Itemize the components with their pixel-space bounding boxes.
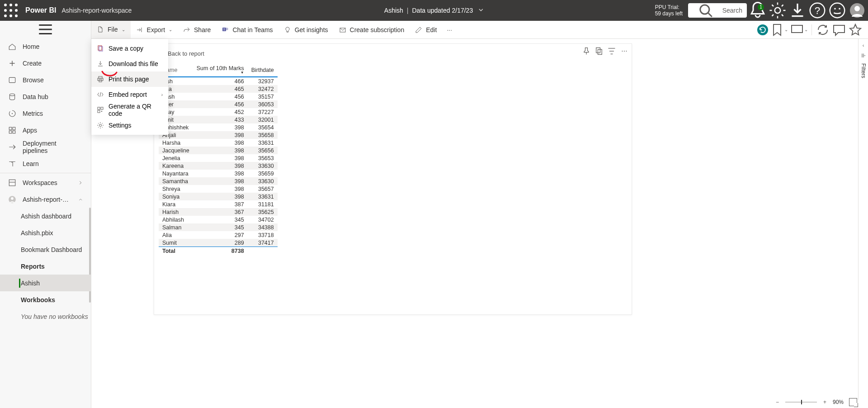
ws-item-dashboard[interactable]: Ashish dashboard [0,208,91,224]
table-row[interactable]: Yash45635157 [159,93,278,100]
refresh-button[interactable] [816,23,830,37]
nav-browse[interactable]: Browse [0,71,91,88]
menu-print[interactable]: Print this page [91,71,168,87]
trial-status[interactable]: PPU Trial: 59 days left [655,4,683,17]
app-launcher-icon[interactable] [4,3,18,18]
svg-rect-23 [9,131,12,133]
global-search[interactable]: Search [688,3,747,18]
header-center[interactable]: Ashish | Data updated 2/17/23 [384,7,484,14]
filter-button[interactable] [607,47,616,56]
table-row[interactable]: rina46532472 [159,85,278,93]
menu-download[interactable]: Download this file [91,56,168,71]
nav-metrics[interactable]: Metrics [0,105,91,122]
table-row[interactable]: Abhishhek39835654 [159,123,278,131]
cell-sum: 456 [193,100,248,108]
table-row[interactable]: hish46632937 [159,77,278,85]
filters-pane-collapsed[interactable]: ‹ ⊪ Filters [858,39,868,400]
table-row[interactable]: Soniya39833631 [159,193,278,200]
ws-item-pbix[interactable]: Ashish.pbix [0,224,91,241]
menu-save-copy-label: Save a copy [108,45,143,52]
toolbar-file[interactable]: File ⌄ [91,21,131,39]
table-row[interactable]: Salman34534388 [159,223,278,231]
feedback-button[interactable] [828,1,846,19]
back-to-report[interactable]: Back to report [154,44,632,63]
nav-pipelines[interactable]: Deployment pipelines [0,138,91,155]
chevron-down-icon: ⌄ [122,27,125,32]
svg-point-30 [226,28,228,30]
zoom-in-button[interactable]: + [822,399,827,405]
menu-save-copy[interactable]: Save a copy [91,41,168,56]
ws-item-bookmark[interactable]: Bookmark Dashboard [0,241,91,258]
toolbar-share[interactable]: Share [178,21,216,39]
notifications-button[interactable]: 1 [749,1,767,19]
menu-embed[interactable]: Embed report › [91,87,168,102]
pipelines-icon [8,143,16,151]
toolbar-chat[interactable]: T Chat in Teams [216,21,278,39]
chevron-down-icon[interactable]: ⌄ [804,27,808,32]
ws-section-workbooks[interactable]: Workbooks [0,291,91,308]
cell-birthdate: 33631 [248,193,278,200]
report-visual[interactable]: ··· Back to report Name Sum of 10th Mark… [154,43,632,315]
nav-workspace-current[interactable]: Ashish-report-work... [0,191,91,208]
nav-learn[interactable]: Learn [0,155,91,172]
table-row[interactable]: Alia29733718 [159,231,278,239]
zoom-slider[interactable] [785,402,817,403]
nav-apps[interactable]: Apps [0,122,91,138]
ws-item-report[interactable]: Ashish [0,275,91,291]
cell-name: Nayantara [159,170,193,177]
help-button[interactable]: ? [808,1,826,19]
comment-icon [832,23,846,37]
menu-qr[interactable]: Generate a QR code [91,102,168,118]
nav-workspaces[interactable]: Workspaces [0,174,91,191]
avatar[interactable] [850,3,864,18]
cell-birthdate: 33631 [248,139,278,147]
view-button[interactable] [790,23,804,37]
table-row[interactable]: Jenelia39835653 [159,154,278,162]
copy-button[interactable] [594,47,604,56]
nav-home[interactable]: Home [0,38,91,55]
cell-name: Harish [159,208,193,216]
table-row[interactable]: Kareena39833630 [159,162,278,170]
visual-more-button[interactable]: ··· [620,47,629,56]
col-sum[interactable]: Sum of 10th Marks [193,63,248,77]
bookmark-button[interactable] [770,23,784,37]
chevron-down-icon[interactable]: ⌄ [784,27,788,32]
nav-datahub[interactable]: Data hub [0,88,91,105]
cell-name: Kiara [159,200,193,208]
table-row[interactable]: Sumit28937417 [159,239,278,247]
nav-toggle[interactable] [0,21,91,38]
comment-button[interactable] [832,23,846,37]
favorite-button[interactable] [848,23,863,37]
table-row[interactable]: Shreya39835657 [159,185,278,193]
table-row[interactable]: Jacqueline39835656 [159,147,278,154]
nav-create[interactable]: Create [0,55,91,71]
zoom-thumb[interactable] [801,400,802,404]
toolbar-edit[interactable]: Edit [410,21,442,39]
settings-button[interactable] [769,1,787,19]
table-row[interactable]: shay45237227 [159,108,278,116]
pin-button[interactable] [582,47,591,56]
table-row[interactable]: Harsha39833631 [159,139,278,147]
table-row[interactable]: Abhilash34534702 [159,216,278,223]
table-row[interactable]: Harish36735625 [159,208,278,216]
menu-settings[interactable]: Settings [91,118,168,133]
toolbar-more[interactable]: ··· [442,21,457,39]
reset-button[interactable] [757,24,768,35]
table-row[interactable]: Nayantara39835659 [159,170,278,177]
table-row[interactable]: Amit43332001 [159,116,278,123]
chevron-down-icon[interactable] [478,7,484,14]
table-row[interactable]: Samantha39833630 [159,177,278,185]
ws-section-reports[interactable]: Reports [0,258,91,275]
toolbar-export[interactable]: Export ⌄ [131,21,178,39]
zoom-out-button[interactable]: − [775,399,780,405]
toolbar-insights[interactable]: Get insights [278,21,334,39]
toolbar-subscription[interactable]: Create subscription [334,21,410,39]
fit-to-page-button[interactable] [849,398,857,406]
download-button[interactable] [788,1,807,19]
table-row[interactable]: Anjali39835658 [159,131,278,139]
table-row[interactable]: Kiara38731181 [159,200,278,208]
nav-datahub-label: Data hub [23,93,48,100]
table-row[interactable]: nder45636053 [159,100,278,108]
workspace-label[interactable]: Ashish-report-workspace [61,7,132,14]
col-birthdate[interactable]: Birthdate [248,63,278,77]
